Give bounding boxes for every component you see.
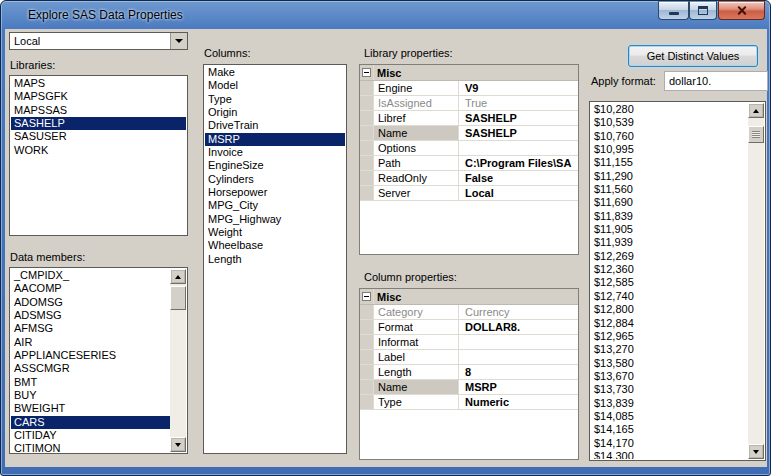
scroll-down-icon[interactable] [748, 444, 764, 459]
list-item[interactable]: $12,585 [591, 276, 748, 289]
list-item[interactable]: $13,270 [591, 343, 748, 356]
property-row[interactable]: ServerLocal [360, 186, 578, 201]
libraries-list[interactable]: MAPSMAPSGFKMAPSSASSASHELPSASUSERWORK [9, 75, 188, 236]
property-row[interactable]: NameSASHELP [360, 126, 578, 141]
list-item[interactable]: BWEIGHT [11, 402, 170, 415]
property-row[interactable]: Options [360, 141, 578, 156]
property-name[interactable]: Libref [374, 111, 459, 125]
list-item[interactable]: Origin [205, 106, 345, 119]
property-value[interactable] [459, 141, 578, 155]
list-item[interactable]: $11,905 [591, 223, 748, 236]
list-item[interactable]: $14,085 [591, 410, 748, 423]
list-item[interactable]: AIR [11, 336, 170, 349]
list-item[interactable]: ASSCMGR [11, 362, 170, 375]
list-item[interactable]: Wheelbase [205, 239, 345, 252]
property-value[interactable]: False [459, 171, 578, 185]
property-row[interactable]: FormatDOLLAR8. [360, 320, 578, 335]
scroll-up-icon[interactable] [170, 269, 186, 284]
list-item[interactable]: $11,839 [591, 210, 748, 223]
scroll-down-icon[interactable] [170, 437, 186, 452]
data-members-list[interactable]: _CMPIDX_AACOMPADOMSGADSMSGAFMSGAIRAPPLIA… [9, 267, 188, 454]
property-value[interactable]: Local [459, 186, 578, 200]
apply-format-input[interactable] [664, 71, 768, 91]
list-item[interactable]: $12,360 [591, 263, 748, 276]
list-item[interactable]: MPG_Highway [205, 213, 345, 226]
list-item[interactable]: $14,165 [591, 423, 748, 436]
list-item[interactable]: $12,269 [591, 250, 748, 263]
property-row[interactable]: EngineV9 [360, 81, 578, 96]
scroll-up-icon[interactable] [748, 103, 764, 118]
property-row[interactable]: Informat [360, 335, 578, 350]
list-item[interactable]: $10,539 [591, 116, 748, 129]
list-item[interactable]: $11,939 [591, 236, 748, 249]
list-item[interactable]: BMT [11, 376, 170, 389]
property-value[interactable] [459, 350, 578, 364]
property-name[interactable]: Path [374, 156, 459, 170]
list-item[interactable]: $10,280 [591, 103, 748, 116]
property-group-header[interactable]: Misc [360, 65, 578, 81]
property-row[interactable]: PathC:\Program Files\SA [360, 156, 578, 171]
scrollbar-thumb[interactable] [748, 126, 764, 143]
collapse-icon[interactable] [362, 68, 371, 77]
list-item[interactable]: AFMSG [11, 322, 170, 335]
list-item[interactable]: $11,560 [591, 183, 748, 196]
property-row[interactable]: Label [360, 350, 578, 365]
list-item[interactable]: $13,580 [591, 357, 748, 370]
property-row[interactable]: CategoryCurrency [360, 305, 578, 320]
list-item[interactable]: APPLIANCESERIES [11, 349, 170, 362]
property-name[interactable]: Label [374, 350, 459, 364]
property-value[interactable]: C:\Program Files\SA [459, 156, 578, 170]
columns-list[interactable]: MakeModelTypeOriginDriveTrainMSRPInvoice… [203, 64, 347, 454]
collapse-icon[interactable] [362, 292, 371, 301]
property-name[interactable]: Name [374, 126, 459, 140]
list-item[interactable]: $14,170 [591, 437, 748, 450]
distinct-values-list[interactable]: $10,280$10,539$10,760$10,995$11,155$11,2… [589, 101, 766, 461]
list-item[interactable]: $11,690 [591, 196, 748, 209]
list-item[interactable]: MAPSSAS [11, 104, 186, 117]
property-value[interactable]: V9 [459, 81, 578, 95]
property-value[interactable]: True [459, 96, 578, 110]
list-item[interactable]: MSRP [205, 133, 345, 146]
list-item[interactable]: $10,995 [591, 143, 748, 156]
property-value[interactable]: MSRP [459, 380, 578, 394]
list-item[interactable]: $12,800 [591, 303, 748, 316]
values-scrollbar[interactable] [748, 103, 764, 459]
property-value[interactable]: SASHELP [459, 126, 578, 140]
list-item[interactable]: MAPS [11, 77, 186, 90]
list-item[interactable]: Length [205, 253, 345, 266]
list-item[interactable]: CITIDAY [11, 429, 170, 442]
dropdown-button[interactable] [170, 33, 187, 49]
list-item[interactable]: AACOMP [11, 282, 170, 295]
library-properties-grid[interactable]: MiscEngineV9IsAssignedTrueLibrefSASHELPN… [359, 64, 579, 255]
property-name[interactable]: Format [374, 320, 459, 334]
property-group-header[interactable]: Misc [360, 289, 578, 305]
property-value[interactable]: Numeric [459, 395, 578, 409]
minimize-button[interactable] [658, 1, 689, 20]
list-item[interactable]: Invoice [205, 146, 345, 159]
list-item[interactable]: $13,839 [591, 397, 748, 410]
property-name[interactable]: IsAssigned [374, 96, 459, 110]
property-name[interactable]: Engine [374, 81, 459, 95]
list-item[interactable]: CITIMON [11, 442, 170, 452]
list-item[interactable]: $12,884 [591, 317, 748, 330]
property-name[interactable]: Informat [374, 335, 459, 349]
list-item[interactable]: Cylinders [205, 173, 345, 186]
list-item[interactable]: MPG_City [205, 199, 345, 212]
property-name[interactable]: Type [374, 395, 459, 409]
property-name[interactable]: ReadOnly [374, 171, 459, 185]
property-row[interactable]: LibrefSASHELP [360, 111, 578, 126]
list-item[interactable]: $11,155 [591, 156, 748, 169]
property-value[interactable]: DOLLAR8. [459, 320, 578, 334]
close-button[interactable] [718, 1, 765, 20]
scrollbar-thumb[interactable] [170, 286, 186, 310]
list-item[interactable]: _CMPIDX_ [11, 269, 170, 282]
list-item[interactable]: $14,300 [591, 450, 748, 459]
property-row[interactable]: TypeNumeric [360, 395, 578, 410]
list-item[interactable]: $13,730 [591, 383, 748, 396]
list-item[interactable]: $12,740 [591, 290, 748, 303]
property-name[interactable]: Server [374, 186, 459, 200]
property-name[interactable]: Name [374, 380, 459, 394]
list-item[interactable]: DriveTrain [205, 119, 345, 132]
list-item[interactable]: ADSMSG [11, 309, 170, 322]
list-item[interactable]: WORK [11, 144, 186, 157]
